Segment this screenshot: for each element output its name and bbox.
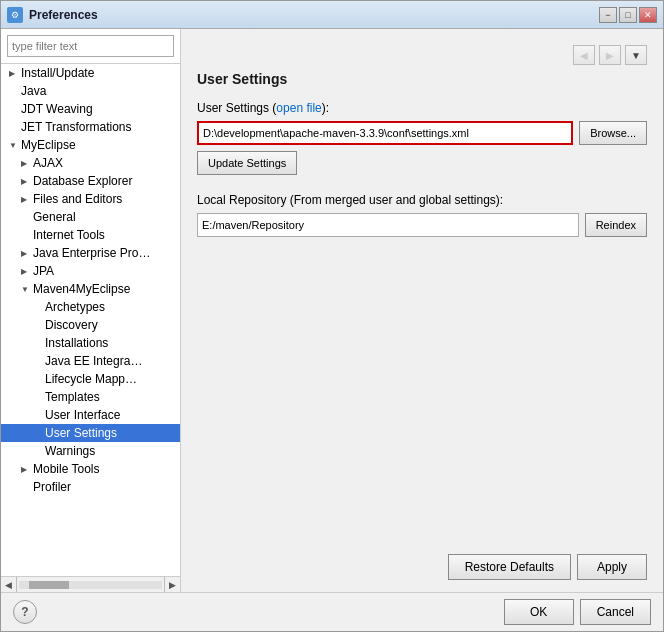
forward-button[interactable]: ▶ xyxy=(599,45,621,65)
local-repo-section: Local Repository (From merged user and g… xyxy=(197,193,647,237)
sidebar-item-label: JET Transformations xyxy=(21,120,176,134)
maximize-button[interactable]: □ xyxy=(619,7,637,23)
sidebar-item-label: Templates xyxy=(45,390,176,404)
panel-title: User Settings xyxy=(197,71,647,87)
sidebar: ▶Install/UpdateJavaJDT WeavingJET Transf… xyxy=(1,29,181,592)
sidebar-item-jpa[interactable]: ▶JPA xyxy=(1,262,180,280)
sidebar-item-label: Java xyxy=(21,84,176,98)
sidebar-item-java[interactable]: Java xyxy=(1,82,180,100)
restore-defaults-button[interactable]: Restore Defaults xyxy=(448,554,571,580)
help-button[interactable]: ? xyxy=(13,600,37,624)
reindex-button[interactable]: Reindex xyxy=(585,213,647,237)
tree-container: ▶Install/UpdateJavaJDT WeavingJET Transf… xyxy=(1,64,180,576)
window-title: Preferences xyxy=(29,8,599,22)
close-button[interactable]: ✕ xyxy=(639,7,657,23)
sidebar-item-install-update[interactable]: ▶Install/Update xyxy=(1,64,180,82)
title-bar: ⚙ Preferences − □ ✕ xyxy=(1,1,663,29)
tree-arrow: ▼ xyxy=(21,285,33,294)
sidebar-item-label: Warnings xyxy=(45,444,176,458)
sidebar-item-label: Maven4MyEclipse xyxy=(33,282,176,296)
back-button[interactable]: ◀ xyxy=(573,45,595,65)
sidebar-item-templates[interactable]: Templates xyxy=(1,388,180,406)
sidebar-item-internet-tools[interactable]: Internet Tools xyxy=(1,226,180,244)
back-icon: ◀ xyxy=(580,50,588,61)
scroll-thumb xyxy=(29,581,69,589)
sidebar-item-label: Internet Tools xyxy=(33,228,176,242)
cancel-button[interactable]: Cancel xyxy=(580,599,651,625)
browse-button[interactable]: Browse... xyxy=(579,121,647,145)
sidebar-item-general[interactable]: General xyxy=(1,208,180,226)
sidebar-item-user-interface[interactable]: User Interface xyxy=(1,406,180,424)
sidebar-item-label: JDT Weaving xyxy=(21,102,176,116)
user-settings-path-input[interactable] xyxy=(197,121,573,145)
sidebar-item-label: JPA xyxy=(33,264,176,278)
sidebar-item-installations[interactable]: Installations xyxy=(1,334,180,352)
panel-toolbar: ◀ ▶ ▼ xyxy=(197,41,647,71)
sidebar-item-label: Profiler xyxy=(33,480,176,494)
sidebar-item-label: MyEclipse xyxy=(21,138,176,152)
sidebar-item-label: Archetypes xyxy=(45,300,176,314)
scroll-left-btn[interactable]: ◀ xyxy=(1,577,17,593)
window-icon: ⚙ xyxy=(7,7,23,23)
sidebar-item-myeclipse[interactable]: ▼MyEclipse xyxy=(1,136,180,154)
sidebar-item-discovery[interactable]: Discovery xyxy=(1,316,180,334)
user-settings-label: User Settings (open file): xyxy=(197,101,647,115)
sidebar-item-label: Installations xyxy=(45,336,176,350)
tree-arrow: ▶ xyxy=(21,177,33,186)
sidebar-item-label: AJAX xyxy=(33,156,176,170)
sidebar-item-label: Files and Editors xyxy=(33,192,176,206)
preferences-window: ⚙ Preferences − □ ✕ ▶Install/UpdateJavaJ… xyxy=(0,0,664,632)
sidebar-scrollbar[interactable]: ◀ ▶ xyxy=(1,576,180,592)
sidebar-item-label: Install/Update xyxy=(21,66,176,80)
sidebar-item-label: Java Enterprise Pro… xyxy=(33,246,176,260)
scroll-right-btn[interactable]: ▶ xyxy=(164,577,180,593)
sidebar-item-jdt-weaving[interactable]: JDT Weaving xyxy=(1,100,180,118)
minimize-button[interactable]: − xyxy=(599,7,617,23)
sidebar-item-lifecycle-mapp[interactable]: Lifecycle Mapp… xyxy=(1,370,180,388)
tree-arrow: ▶ xyxy=(21,267,33,276)
right-panel: ◀ ▶ ▼ User Settings User Settings (open … xyxy=(181,29,663,592)
sidebar-item-files-and-editors[interactable]: ▶Files and Editors xyxy=(1,190,180,208)
sidebar-item-label: User Settings xyxy=(45,426,176,440)
tree-arrow: ▶ xyxy=(21,249,33,258)
local-repo-label: Local Repository (From merged user and g… xyxy=(197,193,647,207)
sidebar-item-label: Lifecycle Mapp… xyxy=(45,372,176,386)
tree-arrow: ▶ xyxy=(21,195,33,204)
sidebar-item-label: Java EE Integra… xyxy=(45,354,176,368)
sidebar-item-jet-transformations[interactable]: JET Transformations xyxy=(1,118,180,136)
open-file-link[interactable]: open file xyxy=(276,101,321,115)
sidebar-item-profiler[interactable]: Profiler xyxy=(1,478,180,496)
bottom-actions: OK Cancel xyxy=(504,599,651,625)
sidebar-item-java-enterprise-pro[interactable]: ▶Java Enterprise Pro… xyxy=(1,244,180,262)
tree-arrow: ▶ xyxy=(21,465,33,474)
sidebar-item-label: General xyxy=(33,210,176,224)
search-input[interactable] xyxy=(7,35,174,57)
sidebar-item-warnings[interactable]: Warnings xyxy=(1,442,180,460)
main-content: ▶Install/UpdateJavaJDT WeavingJET Transf… xyxy=(1,29,663,592)
sidebar-item-label: Discovery xyxy=(45,318,176,332)
repo-path-input[interactable] xyxy=(197,213,579,237)
sidebar-item-user-settings[interactable]: User Settings xyxy=(1,424,180,442)
sidebar-item-archetypes[interactable]: Archetypes xyxy=(1,298,180,316)
file-path-row: Browse... xyxy=(197,121,647,145)
tree-arrow: ▶ xyxy=(9,69,21,78)
window-controls: − □ ✕ xyxy=(599,7,657,23)
sidebar-item-label: Mobile Tools xyxy=(33,462,176,476)
sidebar-item-mobile-tools[interactable]: ▶Mobile Tools xyxy=(1,460,180,478)
ok-button[interactable]: OK xyxy=(504,599,574,625)
panel-bottom-actions: Restore Defaults Apply xyxy=(197,546,647,580)
apply-button[interactable]: Apply xyxy=(577,554,647,580)
menu-button[interactable]: ▼ xyxy=(625,45,647,65)
sidebar-item-maven4myeclipse[interactable]: ▼Maven4MyEclipse xyxy=(1,280,180,298)
update-settings-button[interactable]: Update Settings xyxy=(197,151,297,175)
search-box xyxy=(1,29,180,64)
sidebar-item-ajax[interactable]: ▶AJAX xyxy=(1,154,180,172)
scroll-track[interactable] xyxy=(19,581,162,589)
user-settings-section: User Settings (open file): Browse... Upd… xyxy=(197,101,647,175)
forward-icon: ▶ xyxy=(606,50,614,61)
tree-arrow: ▼ xyxy=(9,141,21,150)
tree-arrow: ▶ xyxy=(21,159,33,168)
sidebar-item-label: User Interface xyxy=(45,408,176,422)
sidebar-item-database-explorer[interactable]: ▶Database Explorer xyxy=(1,172,180,190)
sidebar-item-java-ee-integra[interactable]: Java EE Integra… xyxy=(1,352,180,370)
